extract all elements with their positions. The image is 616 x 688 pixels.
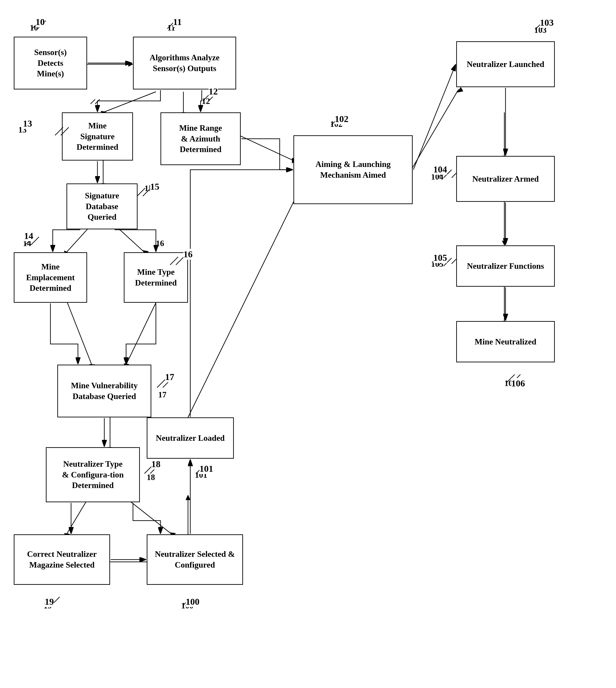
ref-label-12: 12: [208, 86, 218, 97]
ref-label-102: 102: [335, 113, 349, 124]
ref-label-18: 18: [151, 459, 160, 470]
ref-label-14: 14: [24, 231, 33, 241]
ref-label-15: 15: [150, 181, 159, 192]
ref-label-104: 104: [433, 164, 447, 175]
ref-label-16: 16: [183, 249, 193, 260]
ref-label-10: 10: [36, 17, 45, 27]
flowchart-diagram: Sensor(s)DetectsMine(s) 10 Algorithms An…: [0, 0, 616, 688]
ref-label-100: 100: [186, 596, 199, 607]
ref-label-106: 106: [511, 378, 525, 389]
flowchart-arrows: [0, 0, 616, 688]
ref-label-13: 13: [23, 118, 32, 129]
svg-line-52: [413, 64, 456, 170]
ref-label-103: 103: [540, 17, 554, 28]
ref-label-17: 17: [165, 371, 174, 382]
ref-label-105: 105: [433, 252, 447, 263]
ref-label-101: 101: [199, 463, 213, 474]
ref-label-11: 11: [173, 17, 182, 27]
ref-label-19: 19: [45, 596, 54, 607]
